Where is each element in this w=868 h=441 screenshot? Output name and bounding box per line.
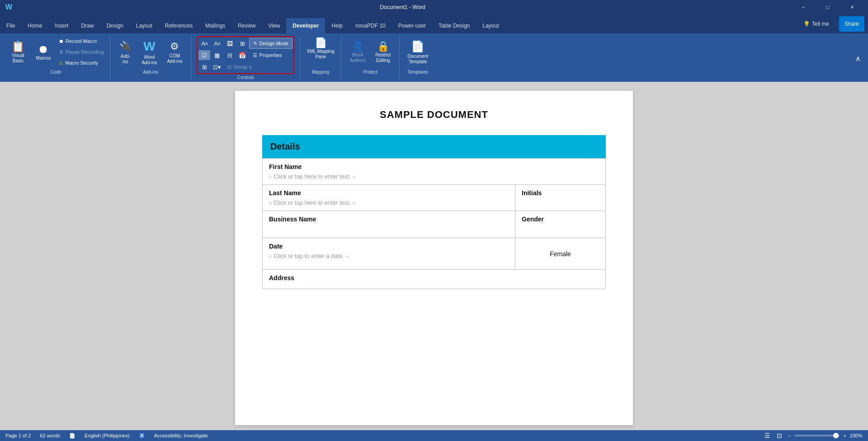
tab-layout-1[interactable]: Layout <box>130 18 159 33</box>
properties-icon: ☰ <box>253 52 257 58</box>
combo-box-btn[interactable]: ▦ <box>211 50 223 60</box>
table-row-business: Business Name Gender <box>263 211 606 238</box>
com-add-ins-button[interactable]: ⚙ COMAdd-ins <box>163 36 186 69</box>
visual-basic-button[interactable]: 📋 VisualBasic <box>6 36 30 69</box>
lightbulb-icon: 💡 <box>803 21 810 27</box>
dropdown-btn[interactable]: ⊟ <box>224 50 236 60</box>
tab-draw[interactable]: Draw <box>75 18 100 33</box>
group-icon: ⊡ <box>227 64 231 70</box>
group-button[interactable]: ⊡ Group ∨ <box>224 61 256 72</box>
controls-wrapper: Aa Aa 🖼 ⊞ ✎ Design Mode ☑ ▦ <box>197 36 294 74</box>
tab-table-design[interactable]: Table Design <box>432 18 476 33</box>
tab-review[interactable]: Review <box>231 18 262 33</box>
share-button[interactable]: Share <box>839 16 864 32</box>
dropdown-tools-btn[interactable]: ⊡▾ <box>211 62 223 72</box>
tab-file[interactable]: File <box>0 18 21 33</box>
date-picker-btn[interactable]: 📅 <box>236 50 248 60</box>
focus-mode-button[interactable]: ⊡ <box>774 431 784 441</box>
date-label: Date <box>269 243 509 250</box>
gender-label: Gender <box>522 216 544 223</box>
ribbon-content: 📋 VisualBasic ⏺ Macros ⏺ Record Macro ⏸ <box>0 33 868 82</box>
tab-references[interactable]: References <box>159 18 199 33</box>
zoom-level: 100% <box>850 433 863 438</box>
tab-help[interactable]: Help <box>325 18 349 33</box>
legacy-tools-btn[interactable]: ⊞ <box>198 62 210 72</box>
ribbon-group-mapping: 📄 XML MappingPane Mapping <box>302 35 339 76</box>
document: SAMPLE DOCUMENT Details First Name « Cli… <box>235 91 633 425</box>
maximize-button[interactable]: □ <box>817 0 838 14</box>
table-row-date: Date « Click or tap to enter a date. » F… <box>263 238 606 270</box>
ribbon-group-controls: Aa Aa 🖼 ⊞ ✎ Design Mode ☑ ▦ <box>193 35 298 82</box>
title-bar-controls: − □ × <box>793 0 863 14</box>
pause-recording-button[interactable]: ⏸ Pause Recording <box>57 47 105 57</box>
macros-icon: ⏺ <box>38 44 49 55</box>
ribbon-group-templates: 📄 DocumentTemplate Templates <box>401 35 434 76</box>
view-buttons: ☰ ⊡ <box>763 431 784 441</box>
warning-icon: ⚠ <box>59 60 63 66</box>
lastname-input[interactable]: « Click or tap here to enter text. » <box>269 199 509 206</box>
print-layout-button[interactable]: ☰ <box>763 431 773 441</box>
document-area: SAMPLE DOCUMENT Details First Name « Cli… <box>0 82 868 434</box>
date-input[interactable]: « Click or tap to enter a date. » <box>269 253 509 259</box>
tab-design[interactable]: Design <box>100 18 129 33</box>
separator-3 <box>300 37 300 80</box>
document-title: SAMPLE DOCUMENT <box>262 109 606 121</box>
tab-home[interactable]: Home <box>21 18 48 33</box>
document-table: First Name « Click or tap here to enter … <box>262 158 606 289</box>
tab-layout-2[interactable]: Layout <box>476 18 505 33</box>
building-block-btn[interactable]: ⊞ <box>236 38 248 48</box>
mapping-group-label: Mapping <box>312 70 329 75</box>
document-template-button[interactable]: 📄 DocumentTemplate <box>404 36 431 69</box>
design-mode-button[interactable]: ✎ Design Mode <box>249 38 292 49</box>
tab-power-user[interactable]: Power-user <box>392 18 432 33</box>
properties-button[interactable]: ☰ Properties <box>249 50 285 61</box>
controls-inner: Aa Aa 🖼 ⊞ ✎ Design Mode ☑ ▦ <box>198 38 292 72</box>
restrict-editing-button[interactable]: 🔒 RestrictEditing <box>371 36 395 69</box>
date-cell: Date « Click or tap to enter a date. » <box>263 238 515 270</box>
document-template-icon: 📄 <box>411 40 425 53</box>
ribbon-group-code: 📋 VisualBasic ⏺ Macros ⏺ Record Macro ⏸ <box>4 35 108 76</box>
initials-cell: Initials <box>515 185 606 211</box>
record-macro-button[interactable]: ⏺ Record Macro <box>57 36 105 46</box>
word-add-ins-button[interactable]: W WordAdd-ins <box>137 36 161 69</box>
tab-insert[interactable]: Insert <box>48 18 75 33</box>
add-ins-button[interactable]: 🔌 Add-ins <box>115 36 136 69</box>
ribbon-collapse-button[interactable]: ∧ <box>852 52 864 65</box>
zoom-plus-button[interactable]: + <box>843 433 846 438</box>
macro-security-button[interactable]: ⚠ Macro Security <box>57 58 105 68</box>
checkbox-control-btn[interactable]: ☑ <box>198 50 210 60</box>
xml-mapping-pane-button[interactable]: 📄 XML MappingPane <box>305 36 336 69</box>
block-authors-button[interactable]: 👤 BlockAuthors <box>346 36 369 69</box>
add-ins-icon: 🔌 <box>119 41 132 52</box>
lastname-label: Last Name <box>269 189 509 197</box>
tab-mailings[interactable]: Mailings <box>199 18 231 33</box>
tell-me-button[interactable]: 💡 Tell me <box>797 16 835 32</box>
ribbon-group-addins: 🔌 Add-ins W WordAdd-ins ⚙ COMAdd-ins Add… <box>112 35 189 76</box>
female-cell: Female <box>515 238 606 270</box>
table-row-address: Address <box>263 270 606 289</box>
tab-developer[interactable]: Developer <box>286 18 325 33</box>
plain-text-control-btn[interactable]: Aa <box>211 38 223 48</box>
block-authors-icon: 👤 <box>352 42 364 52</box>
zoom-minus-button[interactable]: − <box>788 433 791 438</box>
address-cell: Address <box>263 270 606 289</box>
details-header: Details <box>262 135 606 158</box>
tab-view[interactable]: View <box>262 18 287 33</box>
document-view-icon: 📄 <box>69 433 75 439</box>
macros-button[interactable]: ⏺ Macros <box>32 36 55 69</box>
gender-cell: Gender <box>515 211 606 238</box>
title-bar: W Document1 - Word − □ × <box>0 0 868 14</box>
zoom-slider[interactable] <box>794 435 840 436</box>
word-logo-icon: W <box>5 3 12 11</box>
text-content-control-btn[interactable]: Aa <box>198 38 210 48</box>
design-mode-icon: ✎ <box>253 41 257 47</box>
picture-control-btn[interactable]: 🖼 <box>224 38 236 48</box>
controls-group-label: Controls <box>237 75 254 81</box>
close-button[interactable]: × <box>842 0 863 14</box>
ribbon-group-protect: 👤 BlockAuthors 🔒 RestrictEditing Protect <box>343 35 397 76</box>
tab-novapdf[interactable]: novaPDF 10 <box>349 18 392 33</box>
templates-group-label: Templates <box>407 70 428 75</box>
table-row-lastname: Last Name « Click or tap here to enter t… <box>263 185 606 211</box>
minimize-button[interactable]: − <box>793 0 814 14</box>
firstname-input[interactable]: « Click or tap here to enter text. » <box>269 173 599 180</box>
